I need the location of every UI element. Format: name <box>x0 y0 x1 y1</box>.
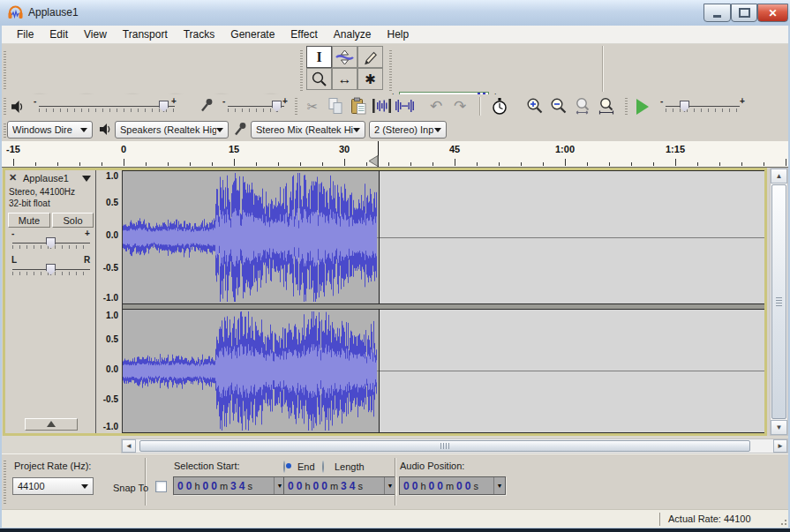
vertical-scrollbar[interactable]: ▲ ▼ <box>770 168 788 436</box>
menu-item-effect[interactable]: Effect <box>282 26 325 42</box>
end-radio[interactable] <box>283 461 285 473</box>
minimize-button[interactable] <box>703 4 731 22</box>
play-at-speed-button[interactable] <box>632 97 653 116</box>
timeline-tick <box>786 159 786 166</box>
zoom-tool-button[interactable] <box>306 68 332 90</box>
timeline-ruler[interactable]: -1501530451:001:15 <box>0 141 790 168</box>
multi-tool-button[interactable]: ✱ <box>357 68 383 90</box>
close-icon: ✕ <box>768 7 777 19</box>
playhead-indicator[interactable] <box>368 155 379 167</box>
zoom-in-button[interactable] <box>524 96 545 116</box>
meter-toolbar-grip[interactable] <box>389 49 392 91</box>
menu-item-tracks[interactable]: Tracks <box>176 26 223 42</box>
timeline-tick <box>168 162 169 166</box>
menu-item-generate[interactable]: Generate <box>222 26 282 42</box>
undo-button[interactable]: ↶ <box>425 96 447 116</box>
vertical-scroll-thumb[interactable] <box>771 184 786 419</box>
fit-project-button[interactable] <box>596 96 617 116</box>
menu-item-transport[interactable]: Transport <box>115 26 176 42</box>
window-left-border <box>0 26 2 528</box>
close-button[interactable]: ✕ <box>757 4 788 22</box>
project-rate-dropdown[interactable]: 44100 <box>12 477 94 495</box>
length-radio[interactable] <box>322 461 324 473</box>
vertical-scale-ruler[interactable]: 1.0 0.5 0.0 -0.5 -1.0 1.0 0.5 0.0 -0.5 -… <box>96 170 123 433</box>
timeline-tick <box>543 162 544 166</box>
waveform-channel-left[interactable] <box>123 170 764 304</box>
title-bar[interactable]: Applause1 ✕ <box>0 0 790 26</box>
playback-device-dropdown[interactable]: Speakers (Realtek High <box>115 121 229 139</box>
audio-position-field[interactable]: 00h00m00s▼ <box>399 476 506 495</box>
selection-tool-button[interactable]: I <box>306 46 332 68</box>
solo-button[interactable]: Solo <box>52 213 94 228</box>
draw-tool-button[interactable] <box>357 46 383 68</box>
track-format-line1: Stereo, 44100Hz <box>9 187 75 197</box>
scroll-down-button[interactable]: ▼ <box>771 420 787 435</box>
scroll-left-button[interactable]: ◄ <box>122 439 136 453</box>
minimize-icon <box>713 15 721 18</box>
toolbar-row-1: I ↔ ✱ L R <box>0 44 790 95</box>
paste-button[interactable] <box>348 96 369 116</box>
redo-button[interactable]: ↷ <box>449 96 470 116</box>
selection-toolbar-grip[interactable] <box>4 460 6 504</box>
output-volume-slider[interactable] <box>39 106 175 107</box>
timeline-tick <box>455 159 455 166</box>
menu-item-help[interactable]: Help <box>380 26 418 42</box>
waveform-left-canvas[interactable] <box>123 171 764 303</box>
silence-audio-button[interactable] <box>394 96 415 116</box>
timeline-label: 45 <box>449 144 460 154</box>
timeshift-tool-icon: ↔ <box>338 71 352 87</box>
track-format-line2: 32-bit float <box>9 199 50 208</box>
playspeed-slider[interactable] <box>666 106 740 107</box>
track-close-button[interactable]: ✕ <box>9 172 17 184</box>
scroll-right-button[interactable]: ► <box>773 439 787 453</box>
waveform-right-canvas[interactable] <box>123 310 764 432</box>
recording-channels-dropdown[interactable]: 2 (Stereo) Inp <box>369 121 447 139</box>
snap-to-checkbox[interactable] <box>155 481 167 492</box>
selection-start-field[interactable]: 00h00m34s▼ <box>173 476 286 495</box>
menu-item-file[interactable]: File <box>9 26 41 42</box>
copy-button[interactable] <box>325 96 346 116</box>
tools-toolbar: I ↔ ✱ <box>306 46 383 90</box>
timeline-tick <box>653 162 654 166</box>
trim-audio-button[interactable] <box>371 96 392 116</box>
fit-selection-icon <box>574 97 591 115</box>
horizontal-scrollbar[interactable]: ◄ ► <box>121 438 788 453</box>
timeshift-tool-button[interactable]: ↔ <box>332 68 357 90</box>
recording-device-dropdown[interactable]: Stereo Mix (Realtek Higl <box>251 121 365 139</box>
selection-end-field[interactable]: 00h00m34s▼ <box>283 476 396 495</box>
envelope-tool-button[interactable] <box>332 46 357 68</box>
amp-label: -1.0 <box>103 422 118 431</box>
zoom-out-button[interactable] <box>548 96 569 116</box>
amp-label: 0.0 <box>106 364 118 374</box>
time-field-spinner[interactable]: ▼ <box>493 477 505 494</box>
audio-position-label: Audio Position: <box>400 461 464 471</box>
track-menu-dropdown[interactable] <box>82 176 91 186</box>
timeline-tick <box>146 162 147 166</box>
timeline-tick <box>322 162 323 166</box>
scroll-up-button[interactable]: ▲ <box>771 169 787 184</box>
waveform-channel-right[interactable] <box>123 309 764 433</box>
resize-grip[interactable] <box>779 517 787 526</box>
tools-toolbar-grip[interactable] <box>300 49 303 91</box>
timeline-tick <box>741 162 742 166</box>
cut-button[interactable]: ✂ <box>302 96 323 116</box>
menu-item-analyze[interactable]: Analyze <box>326 26 380 42</box>
selection-toolbar: Project Rate (Hz): 44100 Snap To Selecti… <box>0 453 790 510</box>
mixer-toolbar-grip[interactable] <box>4 98 6 115</box>
track-collapse-button[interactable] <box>25 418 78 431</box>
amp-label: -1.0 <box>103 293 118 303</box>
fit-selection-button[interactable] <box>572 96 593 116</box>
transport-toolbar-grip[interactable] <box>4 50 6 89</box>
speaker-icon <box>11 100 25 114</box>
menu-item-view[interactable]: View <box>76 26 115 42</box>
transcription-toolbar-grip[interactable] <box>625 98 628 115</box>
audio-host-dropdown[interactable]: Windows Dire <box>7 121 93 139</box>
horizontal-scroll-thumb[interactable] <box>139 440 750 452</box>
device-toolbar-grip[interactable] <box>4 122 6 138</box>
edit-toolbar-grip[interactable] <box>295 98 297 115</box>
timer-button[interactable] <box>489 96 510 116</box>
mute-button[interactable]: Mute <box>8 213 50 228</box>
menu-item-edit[interactable]: Edit <box>41 26 76 42</box>
timeline-label: 1:00 <box>555 144 575 154</box>
maximize-button[interactable] <box>731 4 757 22</box>
